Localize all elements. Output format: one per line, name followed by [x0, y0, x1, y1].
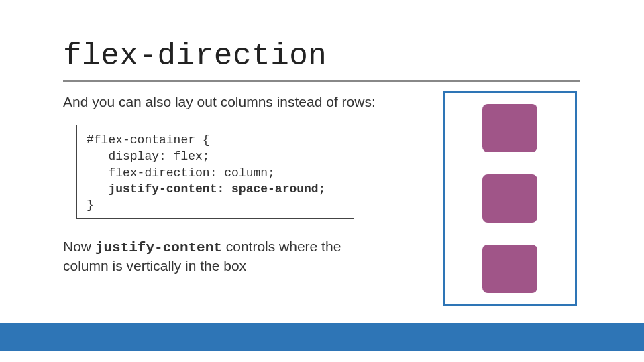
code-line: flex-direction: column; [87, 166, 275, 180]
code-line: } [87, 198, 94, 212]
flex-item [482, 174, 537, 223]
code-line: display: flex; [87, 149, 210, 163]
flex-item [482, 104, 537, 152]
intro-text: And you can also lay out columns instead… [63, 94, 376, 110]
slide-title: flex-direction [63, 39, 327, 74]
inline-code: justify-content [95, 240, 222, 255]
title-underline [63, 80, 580, 82]
flex-item [482, 245, 537, 293]
code-line: #flex-container { [87, 133, 210, 147]
flex-container-demo [443, 91, 577, 306]
footer-accent-bar [0, 323, 644, 351]
explanation-text: Now justify-content controls where the c… [63, 237, 345, 276]
text-run: Now [63, 239, 95, 254]
code-block: #flex-container { display: flex; flex-di… [76, 125, 354, 219]
slide: flex-direction And you can also lay out … [0, 0, 644, 362]
code-line-emph: justify-content: space-around; [87, 182, 325, 196]
